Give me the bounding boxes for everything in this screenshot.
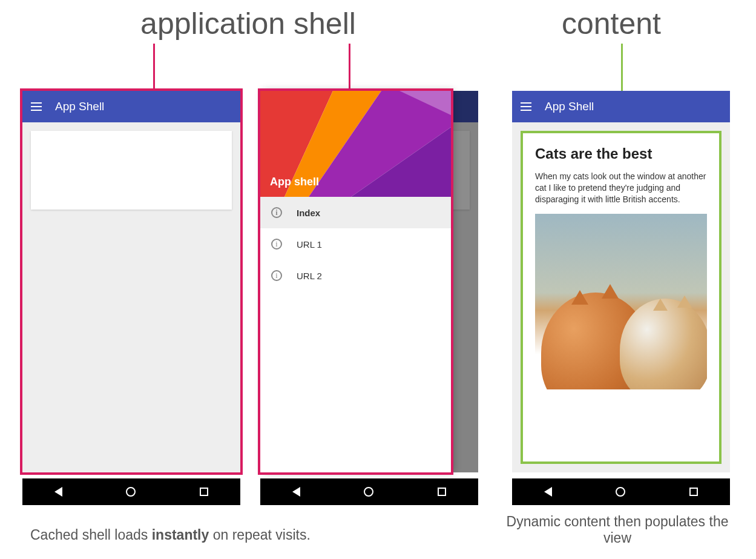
drawer-title: App shell <box>270 176 319 188</box>
article-body: When my cats look out the window at anot… <box>535 171 707 205</box>
content-area: Cats are the best When my cats look out … <box>512 122 730 472</box>
recent-icon[interactable] <box>200 488 208 496</box>
drawer-item-index[interactable]: i Index <box>260 197 451 228</box>
caption-left-pre: Cached shell loads <box>30 527 152 543</box>
heading-content: content <box>533 6 690 41</box>
android-navbar <box>512 478 730 505</box>
appbar: App Shell <box>22 91 240 122</box>
phone-content: App Shell Cats are the best When my cats… <box>512 91 730 472</box>
caption-left-bold: instantly <box>152 527 209 543</box>
home-icon[interactable] <box>126 487 136 497</box>
connector-line-shell-left <box>153 44 155 91</box>
caption-right: Dynamic content then populates the view <box>496 514 738 546</box>
nav-drawer: App shell i Index i URL 1 i URL 2 <box>260 91 451 472</box>
content-card: Cats are the best When my cats look out … <box>521 131 721 464</box>
heading-application-shell: application shell <box>97 6 399 41</box>
back-icon[interactable] <box>54 487 62 497</box>
hamburger-icon[interactable] <box>521 102 531 111</box>
drawer-item-url1[interactable]: i URL 1 <box>260 228 451 260</box>
phone-shell-empty: App Shell <box>22 91 240 472</box>
article-title: Cats are the best <box>535 145 707 162</box>
article-image <box>535 214 707 389</box>
drawer-header: App shell <box>260 91 451 197</box>
drawer-item-url2[interactable]: i URL 2 <box>260 260 451 291</box>
appbar: App Shell <box>512 91 730 122</box>
content-area <box>22 122 240 472</box>
back-icon[interactable] <box>292 487 300 497</box>
back-icon[interactable] <box>544 487 552 497</box>
appbar-title: App Shell <box>55 100 104 113</box>
android-navbar <box>260 478 478 505</box>
android-navbar <box>22 478 240 505</box>
home-icon[interactable] <box>364 487 373 497</box>
drawer-item-label: Index <box>297 208 320 218</box>
caption-left: Cached shell loads instantly on repeat v… <box>30 527 454 543</box>
caption-left-post: on repeat visits. <box>209 527 310 543</box>
connector-line-shell-right <box>349 44 350 91</box>
empty-card <box>31 131 232 210</box>
appbar-title: App Shell <box>545 100 594 113</box>
home-icon[interactable] <box>616 487 625 497</box>
info-icon: i <box>271 207 282 218</box>
cat-ear-icon <box>677 296 692 308</box>
recent-icon[interactable] <box>438 488 446 496</box>
cat-ear-icon <box>602 284 619 299</box>
recent-icon[interactable] <box>689 488 698 496</box>
hamburger-icon[interactable] <box>31 102 42 111</box>
drawer-item-label: URL 2 <box>297 271 322 281</box>
cat-ear-icon <box>571 290 588 305</box>
phone-shell-drawer: App shell i Index i URL 1 i URL 2 <box>260 91 478 472</box>
info-icon: i <box>271 270 282 281</box>
cat-ear-icon <box>653 299 668 311</box>
info-icon: i <box>271 239 282 250</box>
drawer-item-label: URL 1 <box>297 239 322 250</box>
